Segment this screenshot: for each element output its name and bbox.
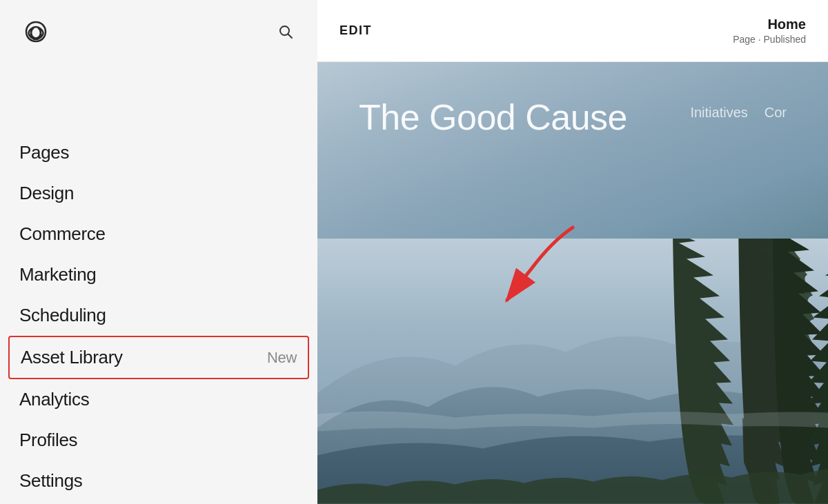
main-content: EDIT Home Page · Published (317, 0, 828, 504)
nav-spacer (0, 63, 317, 132)
hero-nav-initiatives[interactable]: Initiatives (690, 105, 747, 121)
logo-icon (21, 17, 51, 47)
new-badge: New (267, 349, 297, 367)
search-button[interactable] (273, 19, 298, 44)
page-title: Home (733, 17, 806, 32)
edit-label: EDIT (339, 23, 372, 38)
sidebar-header (0, 0, 317, 63)
hero-area: The Good Cause Initiatives Cor (317, 62, 828, 504)
hero-background: The Good Cause Initiatives Cor (317, 62, 828, 504)
hero-nav: Initiatives Cor (690, 97, 787, 121)
page-info: Home Page · Published (733, 17, 806, 45)
app-container: Pages Design Commerce Marketing Scheduli… (0, 0, 828, 504)
sidebar-item-settings[interactable]: Settings (19, 461, 298, 501)
hero-nav-cor[interactable]: Cor (765, 105, 787, 121)
squarespace-logo[interactable] (19, 15, 52, 48)
sidebar-nav: Pages Design Commerce Marketing Scheduli… (0, 132, 317, 501)
mountain-layer (317, 239, 828, 504)
sidebar-item-profiles[interactable]: Profiles (19, 420, 298, 461)
sidebar-item-design[interactable]: Design (19, 173, 298, 214)
search-icon (277, 23, 294, 40)
sidebar-item-pages[interactable]: Pages (19, 132, 298, 173)
sidebar-item-scheduling[interactable]: Scheduling (19, 295, 298, 336)
svg-line-1 (288, 34, 293, 39)
sidebar-item-commerce[interactable]: Commerce (19, 214, 298, 254)
sidebar-item-marketing[interactable]: Marketing (19, 254, 298, 295)
sidebar: Pages Design Commerce Marketing Scheduli… (0, 0, 317, 504)
sidebar-item-asset-library[interactable]: Asset Library New (8, 336, 309, 379)
page-status: Page · Published (733, 34, 806, 45)
mountains-svg (317, 239, 828, 504)
sidebar-item-analytics[interactable]: Analytics (19, 379, 298, 420)
hero-text-overlay: The Good Cause Initiatives Cor (359, 97, 787, 138)
top-bar: EDIT Home Page · Published (317, 0, 828, 62)
hero-title: The Good Cause (359, 97, 627, 138)
